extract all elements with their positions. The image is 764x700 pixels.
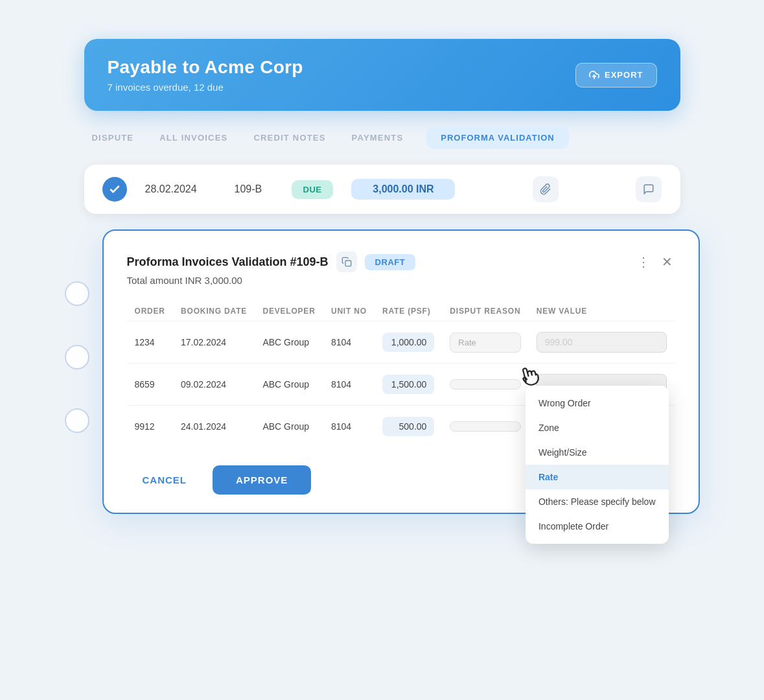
dialog-subtitle: Total amount INR 3,000.00 (127, 275, 675, 286)
copy-button[interactable] (336, 251, 357, 272)
dropdown-popup: Wrong Order Zone Weight/Size Rate Others… (526, 386, 669, 544)
message-button[interactable] (636, 176, 662, 202)
chat-icon (643, 183, 654, 195)
dialog-actions: ⋮ ✕ (634, 251, 675, 272)
cell-date-1: 17.02.2024 (173, 321, 255, 364)
checkbox-2[interactable] (65, 345, 89, 369)
cell-dispute-3 (442, 406, 528, 448)
cell-rate-2: 1,500.00 (375, 364, 442, 406)
dropdown-option-weight-size[interactable]: Weight/Size (526, 440, 669, 465)
header-subtitle: 7 invoices overdue, 12 due (108, 82, 303, 93)
cell-order-2: 8659 (127, 364, 174, 406)
svg-rect-1 (345, 261, 351, 266)
new-value-input-1[interactable] (537, 332, 667, 353)
attachment-button[interactable] (533, 176, 559, 202)
col-developer: DEVELOPER (255, 301, 323, 321)
dispute-dropdown-2[interactable] (450, 379, 520, 390)
checkbox-1[interactable] (65, 281, 89, 306)
more-options-button[interactable]: ⋮ (634, 251, 653, 272)
cell-developer-3: ABC Group (255, 406, 323, 448)
header-text: Payable to Acme Corp 7 invoices overdue,… (108, 57, 303, 93)
cell-dispute-2 (442, 364, 528, 406)
paperclip-icon (540, 183, 551, 195)
table-header-row: ORDER BOOKING DATE DEVELOPER UNIT NO RAT… (127, 301, 675, 321)
cancel-button[interactable]: CANCEL (127, 467, 203, 493)
cloud-upload-icon (589, 70, 599, 80)
cell-new-value-1 (529, 321, 675, 364)
cell-dispute-1: Rate (442, 321, 528, 364)
rate-input-3[interactable]: 500.00 (382, 417, 434, 436)
draft-badge: DRAFT (365, 254, 416, 270)
tab-dispute[interactable]: DISPUTE (89, 128, 137, 148)
col-new-value: NEW VALUE (529, 301, 675, 321)
dialog-header: Proforma Invoices Validation #109-B DRAF… (127, 251, 675, 272)
cell-rate-1: 1,000.00 (375, 321, 442, 364)
dropdown-option-zone[interactable]: Zone (526, 415, 669, 440)
tab-proforma-validation[interactable]: PROFORMA VALIDATION (426, 126, 568, 149)
cell-date-2: 09.02.2024 (173, 364, 255, 406)
dispute-dropdown-1[interactable]: Rate (450, 332, 520, 353)
cell-order-3: 9912 (127, 406, 174, 448)
page-wrapper: Payable to Acme Corp 7 invoices overdue,… (0, 0, 764, 700)
due-badge: DUE (292, 180, 334, 199)
cell-developer-2: ABC Group (255, 364, 323, 406)
tab-payments[interactable]: PAYMENTS (349, 128, 406, 148)
checkbox-3[interactable] (65, 408, 89, 433)
invoice-date: 28.02.2024 (145, 183, 216, 195)
cell-rate-3: 500.00 (375, 406, 442, 448)
cell-unit-2: 8104 (323, 364, 375, 406)
dialog-title: Proforma Invoices Validation #109-B (127, 255, 329, 269)
copy-icon (341, 257, 352, 267)
tab-credit-notes[interactable]: CREDIT NOTES (251, 128, 328, 148)
left-checkboxes (65, 229, 102, 514)
check-circle[interactable] (102, 177, 127, 202)
dropdown-option-incomplete-order[interactable]: Incomplete Order (526, 514, 669, 539)
cell-unit-3: 8104 (323, 406, 375, 448)
dialog-area: Proforma Invoices Validation #109-B DRAF… (65, 229, 700, 514)
cell-developer-1: ABC Group (255, 321, 323, 364)
rate-input-2[interactable]: 1,500.00 (382, 375, 434, 394)
close-button[interactable]: ✕ (659, 251, 675, 272)
cell-unit-1: 8104 (323, 321, 375, 364)
tab-all-invoices[interactable]: ALL INVOICES (157, 128, 230, 148)
header-card: Payable to Acme Corp 7 invoices overdue,… (84, 39, 680, 111)
dispute-dropdown-3[interactable] (450, 421, 520, 432)
col-unit-no: UNIT NO (323, 301, 375, 321)
col-booking-date: BOOKING DATE (173, 301, 255, 321)
rate-input-1[interactable]: 1,000.00 (382, 332, 434, 352)
checkmark-icon (108, 183, 121, 196)
table-row: 1234 17.02.2024 ABC Group 8104 1,000.00 … (127, 321, 675, 364)
export-button[interactable]: EXPORT (575, 63, 656, 88)
invoice-row: 28.02.2024 109-B DUE 3,000.00 INR (84, 165, 680, 214)
invoice-id: 109-B (235, 183, 273, 195)
dialog-card: Proforma Invoices Validation #109-B DRAF… (102, 229, 700, 514)
cell-order-1: 1234 (127, 321, 174, 364)
approve-button[interactable]: APPROVE (213, 465, 311, 495)
dialog-title-group: Proforma Invoices Validation #109-B DRAF… (127, 251, 416, 272)
header-title: Payable to Acme Corp (108, 57, 303, 78)
col-order: ORDER (127, 301, 174, 321)
table-wrapper: ORDER BOOKING DATE DEVELOPER UNIT NO RAT… (127, 301, 675, 447)
cell-date-3: 24.01.2024 (173, 406, 255, 448)
dropdown-option-wrong-order[interactable]: Wrong Order (526, 391, 669, 415)
dropdown-option-rate[interactable]: Rate (526, 465, 669, 489)
tabs-row: DISPUTE ALL INVOICES CREDIT NOTES PAYMEN… (84, 126, 680, 149)
col-disput-reason: DISPUT REASON (442, 301, 528, 321)
amount-badge: 3,000.00 INR (351, 179, 455, 200)
dropdown-option-others[interactable]: Others: Please specify below (526, 489, 669, 514)
col-rate-psf: RATE (PSF) (375, 301, 442, 321)
